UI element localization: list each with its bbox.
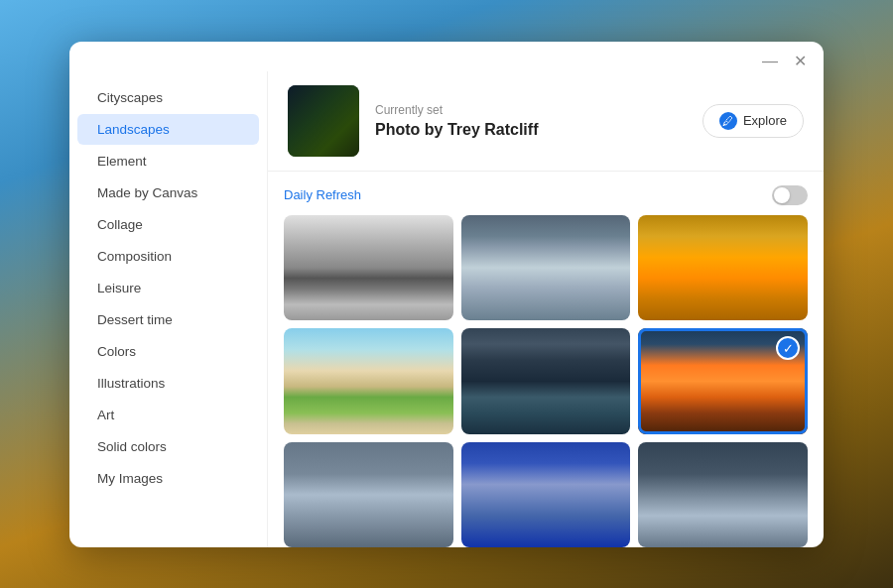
main-content: Currently set Photo by Trey Ratcliff 🖊 E… bbox=[268, 71, 824, 547]
dialog-body: CityscapesLandscapesElementMade by Canva… bbox=[69, 71, 824, 547]
photo-cell-golden-sunset[interactable] bbox=[638, 215, 808, 321]
photo-cell-row-bottom-1[interactable] bbox=[284, 442, 453, 547]
sidebar-item-cityscapes[interactable]: Cityscapes bbox=[77, 82, 259, 113]
current-thumb-image bbox=[288, 85, 359, 157]
daily-refresh-toggle[interactable] bbox=[772, 185, 808, 205]
sidebar-item-colors[interactable]: Colors bbox=[77, 336, 259, 367]
current-set-bar: Currently set Photo by Trey Ratcliff 🖊 E… bbox=[268, 71, 824, 172]
sidebar-item-collage[interactable]: Collage bbox=[77, 209, 259, 240]
sidebar-item-solid-colors[interactable]: Solid colors bbox=[77, 431, 259, 462]
check-badge: ✓ bbox=[776, 336, 800, 360]
explore-button[interactable]: 🖊 Explore bbox=[702, 104, 804, 138]
grid-area: Daily Refresh ✓ bbox=[268, 172, 824, 547]
sidebar: CityscapesLandscapesElementMade by Canva… bbox=[69, 71, 268, 547]
wallpaper-dialog: — ✕ CityscapesLandscapesElementMade by C… bbox=[69, 42, 824, 547]
sidebar-item-element[interactable]: Element bbox=[77, 146, 259, 176]
sidebar-item-art[interactable]: Art bbox=[77, 400, 259, 430]
photo-cell-green-beach[interactable] bbox=[284, 328, 453, 434]
photo-cell-blue-lake[interactable] bbox=[461, 215, 631, 321]
photo-cell-row-bottom-2[interactable] bbox=[461, 442, 631, 547]
photo-cell-bw-mountains[interactable] bbox=[284, 215, 453, 321]
sidebar-item-illustrations[interactable]: Illustrations bbox=[77, 368, 259, 399]
current-photo-title: Photo by Trey Ratcliff bbox=[375, 121, 687, 139]
explore-label: Explore bbox=[743, 113, 787, 128]
sidebar-item-dessert-time[interactable]: Dessert time bbox=[77, 304, 259, 335]
title-bar: — ✕ bbox=[69, 42, 824, 71]
current-thumbnail bbox=[288, 85, 359, 157]
sidebar-item-composition[interactable]: Composition bbox=[77, 241, 259, 272]
sidebar-item-my-images[interactable]: My Images bbox=[77, 463, 259, 494]
grid-header: Daily Refresh bbox=[284, 185, 808, 205]
sidebar-item-made-by-canvas[interactable]: Made by Canvas bbox=[77, 177, 259, 208]
photo-grid: ✓ bbox=[284, 215, 808, 547]
currently-set-label: Currently set bbox=[375, 103, 687, 117]
photo-cell-dark-mountains[interactable] bbox=[461, 328, 631, 434]
close-button[interactable]: ✕ bbox=[790, 52, 810, 71]
minimize-button[interactable]: — bbox=[760, 52, 780, 71]
sidebar-item-landscapes[interactable]: Landscapes bbox=[77, 114, 259, 145]
sidebar-item-leisure[interactable]: Leisure bbox=[77, 273, 259, 303]
current-info: Currently set Photo by Trey Ratcliff bbox=[375, 103, 687, 139]
daily-refresh-label: Daily Refresh bbox=[284, 187, 361, 202]
photo-cell-row-bottom-3[interactable] bbox=[638, 442, 808, 547]
photo-cell-sunset-landscape[interactable]: ✓ bbox=[638, 328, 808, 434]
explore-icon: 🖊 bbox=[719, 112, 737, 130]
